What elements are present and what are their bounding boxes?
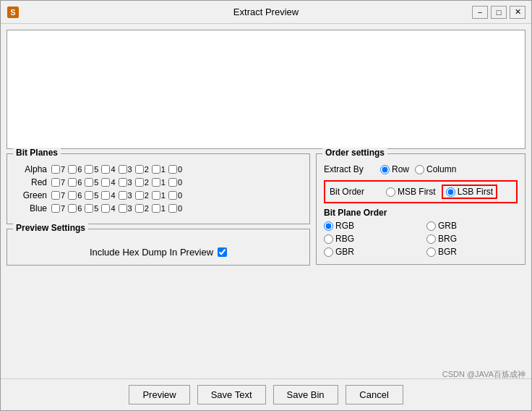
extract-by-label: Extract By [324,164,374,174]
preview-button[interactable]: Preview [129,385,189,404]
include-hex-dump-checkbox[interactable] [218,247,227,257]
extract-by-row-option: Row [380,164,409,174]
right-panel: Order settings Extract By Row Column [316,153,525,373]
green-row: Green 7 6 5 4 3 2 1 0 [14,190,302,200]
plane-rbg: RBG [324,234,415,244]
msb-first-option: MSB First [386,187,436,197]
alpha-bit-3: 3 [119,165,132,174]
watermark: CSDN @JAVA百炼成神 [442,369,525,380]
preview-settings-group: Preview Settings Include Hex Dump In Pre… [7,229,310,266]
app-icon: S [7,6,20,19]
svg-text:S: S [10,8,15,17]
window-controls: − □ ✕ [472,6,525,19]
preview-settings-title: Preview Settings [13,223,88,233]
preview-canvas [7,30,525,149]
plane-gbr: GBR [324,247,415,257]
alpha-row: Alpha 7 6 5 4 3 2 1 0 [14,164,302,174]
extract-by-column-option: Column [415,164,456,174]
extract-by-options: Row Column [380,164,456,174]
bit-order-row: Bit Order MSB First LSB First [324,180,518,203]
minimize-button[interactable]: − [472,6,488,19]
bit-planes-title: Bit Planes [13,148,61,158]
alpha-bit-1: 1 [152,165,166,174]
bit-order-label: Bit Order [330,187,380,197]
plane-rgb: RGB [324,221,415,231]
bottom-bar: Preview Save Text Save Bin Cancel [1,378,531,410]
green-label: Green [14,190,47,200]
close-button[interactable]: ✕ [510,6,525,19]
blue-row: Blue 7 6 5 4 3 2 1 0 [14,203,302,213]
main-panels: Bit Planes Alpha 7 6 5 4 3 2 1 0 [7,153,525,373]
bit-plane-order-section: Bit Plane Order RGB GRB [324,208,518,257]
save-bin-button[interactable]: Save Bin [273,385,338,404]
order-settings-title: Order settings [322,148,387,158]
title-bar-left: S [7,6,20,19]
bit-order-options: MSB First LSB First [386,185,497,199]
include-hex-dump-label: Include Hex Dump In Preview [90,247,213,258]
extract-by-row: Extract By Row Column [324,164,518,174]
save-text-button[interactable]: Save Text [197,385,266,404]
red-row: Red 7 6 5 4 3 2 1 0 [14,177,302,187]
window-title: Extract Preview [233,7,299,17]
alpha-bit-2: 2 [135,165,149,174]
blue-label: Blue [14,203,47,213]
lsb-first-option: LSB First [442,185,497,199]
left-panel: Bit Planes Alpha 7 6 5 4 3 2 1 0 [7,153,310,373]
alpha-bit-7: 7 [51,165,65,174]
plane-options-grid: RGB GRB RBG [324,221,518,257]
alpha-bit-0: 0 [168,165,182,174]
maximize-button[interactable]: □ [491,6,507,19]
preview-settings-inner: Include Hex Dump In Preview [14,242,302,258]
main-window: S Extract Preview − □ ✕ Bit Planes Alpha [0,0,532,411]
alpha-bit-4: 4 [101,165,115,174]
alpha-bit-5: 5 [85,165,98,174]
alpha-label: Alpha [14,164,47,174]
plane-brg: BRG [426,234,518,244]
alpha-bit-6: 6 [68,165,82,174]
plane-grb: GRB [426,221,518,231]
red-label: Red [14,177,47,187]
order-settings-group: Order settings Extract By Row Column [316,153,525,265]
cancel-button[interactable]: Cancel [346,385,403,404]
window-body: Bit Planes Alpha 7 6 5 4 3 2 1 0 [1,24,531,378]
bit-plane-order-label: Bit Plane Order [324,208,518,218]
plane-bgr: BGR [426,247,518,257]
title-bar: S Extract Preview − □ ✕ [1,1,531,24]
bit-planes-group: Bit Planes Alpha 7 6 5 4 3 2 1 0 [7,153,310,224]
